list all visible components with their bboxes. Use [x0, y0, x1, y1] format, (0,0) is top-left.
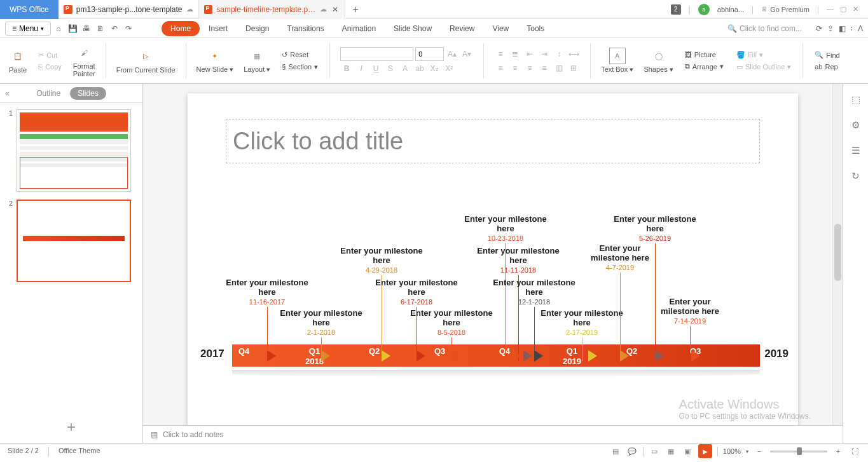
cut-button[interactable]: ✂Cut: [37, 50, 63, 60]
sorter-view-icon[interactable]: ▦: [665, 445, 677, 457]
columns-button[interactable]: ▥: [553, 62, 565, 74]
maximize-button[interactable]: ▢: [840, 5, 846, 13]
undo-icon[interactable]: ↶: [109, 24, 120, 34]
more-icon[interactable]: ∶: [851, 24, 853, 33]
zoom-slider[interactable]: [770, 451, 827, 452]
superscript-button[interactable]: X²: [443, 62, 455, 75]
text-direction-button[interactable]: ⟷: [567, 48, 580, 60]
fit-window-icon[interactable]: ⛶: [849, 445, 860, 457]
vertical-scrollbar[interactable]: [832, 84, 843, 425]
tab-animation[interactable]: Animation: [333, 21, 385, 36]
format-painter-button[interactable]: 🖌 Format Painter: [71, 44, 98, 78]
reset-button[interactable]: ↺Reset: [280, 50, 319, 60]
layout-button[interactable]: ▦ Layout ▾: [241, 48, 273, 74]
zoom-out-icon[interactable]: −: [754, 445, 765, 457]
notification-badge[interactable]: 2: [671, 4, 681, 15]
tab-review[interactable]: Review: [441, 21, 483, 36]
collapse-panel-icon[interactable]: «: [5, 89, 10, 98]
object-icon[interactable]: ⬚: [850, 93, 862, 106]
sync-icon[interactable]: ⟳: [816, 24, 822, 33]
justify-button[interactable]: ≡: [538, 62, 551, 74]
text-box-button[interactable]: A Text Box ▾: [598, 48, 636, 74]
document-tab-active[interactable]: sample-timeline-template.pptx ☁ ✕: [199, 0, 345, 19]
tab-insert[interactable]: Insert: [200, 21, 237, 36]
notes-toggle-icon[interactable]: ▤: [610, 445, 621, 457]
close-tab-icon[interactable]: ✕: [331, 5, 340, 14]
replace-button[interactable]: abRep: [813, 62, 841, 72]
font-color-button[interactable]: A: [399, 62, 411, 75]
tab-home[interactable]: Home: [162, 21, 200, 36]
tab-transitions[interactable]: Transitions: [278, 21, 333, 36]
zoom-in-icon[interactable]: +: [832, 445, 844, 457]
share-icon[interactable]: ⇪: [827, 24, 834, 33]
underline-button[interactable]: U: [369, 62, 382, 75]
subscript-button[interactable]: X₂: [428, 62, 441, 75]
arrange-button[interactable]: ⧉Arrange ▾: [684, 61, 725, 72]
numbering-button[interactable]: ≣: [509, 48, 521, 60]
add-slide-button[interactable]: +: [0, 411, 142, 443]
new-slide-button[interactable]: ✦ New Slide ▾: [194, 48, 237, 74]
slide-thumbnail[interactable]: 1: [5, 109, 137, 192]
save-icon[interactable]: 💾: [67, 24, 78, 34]
italic-button[interactable]: I: [355, 62, 368, 75]
font-size-select[interactable]: [415, 47, 444, 61]
minimize-button[interactable]: —: [827, 5, 834, 13]
user-avatar[interactable]: a: [698, 4, 710, 15]
bold-button[interactable]: B: [340, 62, 353, 75]
align-right-button[interactable]: ≡: [523, 62, 536, 74]
find-button[interactable]: 🔍Find: [813, 50, 841, 60]
add-tab-button[interactable]: +: [345, 4, 366, 15]
skin-icon[interactable]: ◧: [839, 24, 846, 33]
document-tab[interactable]: pm13-sample-p...tone-template ☁: [59, 0, 199, 19]
collapse-ribbon-icon[interactable]: ᐱ: [858, 24, 863, 33]
search-commands[interactable]: 🔍 Click to find com...: [727, 24, 802, 33]
normal-view-icon[interactable]: ▭: [649, 445, 660, 457]
preview-icon[interactable]: 🗎: [95, 24, 106, 34]
font-family-select[interactable]: [340, 47, 413, 61]
user-name[interactable]: abhina...: [717, 6, 744, 13]
align-vertical-button[interactable]: ⊞: [567, 62, 580, 74]
close-button[interactable]: ✕: [853, 5, 858, 13]
section-button[interactable]: §Section ▾: [280, 62, 319, 72]
strikethrough-button[interactable]: S: [384, 62, 397, 75]
bullets-button[interactable]: ≡: [494, 48, 507, 60]
slide-canvas[interactable]: Click to add title 2017 2019 Q4Q12018Q2Q…: [188, 93, 798, 425]
highlight-button[interactable]: ab: [413, 62, 426, 75]
increase-font-icon[interactable]: A▴: [446, 48, 458, 60]
tab-slideshow[interactable]: Slide Show: [385, 21, 441, 36]
tab-design[interactable]: Design: [237, 21, 278, 36]
print-icon[interactable]: 🖶: [81, 24, 92, 34]
comments-icon[interactable]: 💬: [626, 445, 638, 457]
redo-icon[interactable]: ↷: [123, 24, 134, 34]
slideshow-button[interactable]: ▶: [698, 444, 712, 458]
zoom-level[interactable]: 100%: [723, 447, 741, 455]
copy-button[interactable]: ⎘Copy: [37, 62, 63, 72]
paste-group[interactable]: 📋 Paste: [6, 48, 29, 74]
line-spacing-button[interactable]: ↕: [553, 48, 565, 60]
decrease-indent-button[interactable]: ⇤: [523, 48, 536, 60]
align-center-button[interactable]: ≡: [509, 62, 521, 74]
reading-view-icon[interactable]: ▣: [682, 445, 693, 457]
go-premium-button[interactable]: ♕ Go Premium: [761, 5, 809, 13]
slide-outline-button[interactable]: ▭Slide Outline ▾: [735, 62, 792, 72]
gear-icon[interactable]: ⚙: [850, 119, 862, 132]
tab-tools[interactable]: Tools: [518, 21, 553, 36]
slide-thumbnail[interactable]: 2: [5, 200, 137, 282]
picture-button[interactable]: 🖼Picture: [684, 50, 725, 60]
increase-indent-button[interactable]: ⇥: [538, 48, 551, 60]
tab-view[interactable]: View: [483, 21, 518, 36]
notes-bar[interactable]: ▤ Click to add notes: [143, 425, 843, 443]
align-left-button[interactable]: ≡: [494, 62, 507, 74]
history-icon[interactable]: ↻: [850, 170, 862, 182]
slides-tab[interactable]: Slides: [70, 87, 106, 100]
milestone[interactable]: Enter your milestone here7-14-2019: [639, 297, 741, 350]
title-placeholder[interactable]: Click to add title: [226, 119, 760, 163]
menu-button[interactable]: ≡ Menu ▾: [5, 22, 51, 36]
decrease-font-icon[interactable]: A▾: [460, 48, 473, 60]
from-current-slide-button[interactable]: ▷ From Current Slide: [114, 48, 178, 74]
home-icon[interactable]: ⌂: [53, 24, 64, 34]
outline-tab[interactable]: Outline: [36, 89, 60, 98]
adjust-icon[interactable]: ☰: [850, 144, 862, 157]
fill-button[interactable]: 🪣Fill ▾: [735, 50, 792, 60]
shapes-button[interactable]: ◯ Shapes ▾: [641, 48, 675, 74]
